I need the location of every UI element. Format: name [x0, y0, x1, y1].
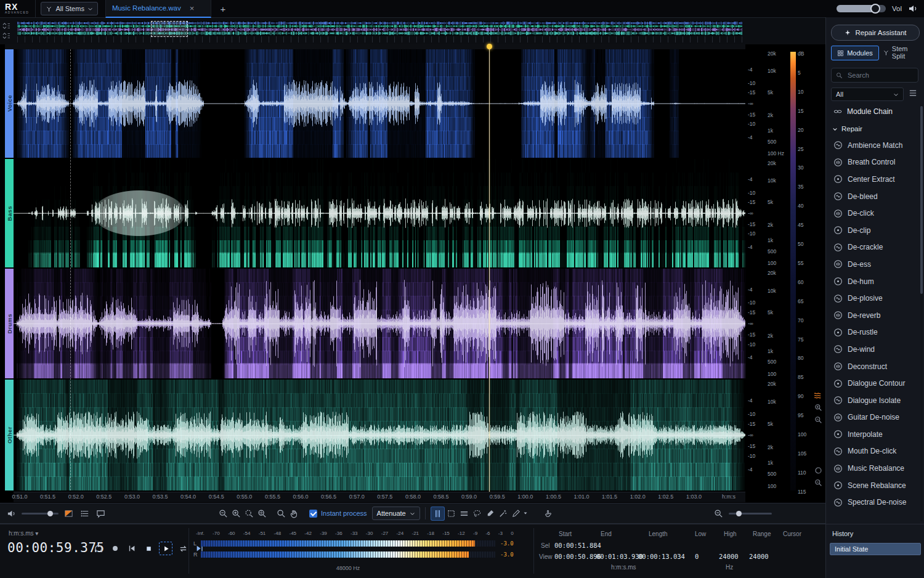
stems-dropdown[interactable]: All Stems: [41, 2, 97, 15]
time-format-select[interactable]: h:m:s.ms ▾: [9, 530, 38, 537]
record-button[interactable]: [109, 542, 121, 555]
monitor-volume-knob[interactable]: [47, 511, 53, 516]
module-item-breath-control[interactable]: Breath Control: [829, 154, 920, 171]
overview-selection-region[interactable]: [151, 21, 188, 37]
stem-split-button[interactable]: Stem Split: [883, 46, 922, 59]
meter-scale-tick: -27: [381, 531, 389, 536]
monitor-volume-slider[interactable]: [22, 513, 59, 515]
module-search[interactable]: [831, 68, 918, 83]
monitor-headphones-button[interactable]: [92, 542, 105, 555]
lasso-selection-tool[interactable]: [471, 507, 484, 520]
level-meter-left[interactable]: [201, 540, 495, 547]
spectrogram-voice[interactable]: [14, 49, 745, 158]
search-input[interactable]: [846, 71, 914, 79]
category-filter-select[interactable]: All: [831, 88, 904, 101]
track-label-voice[interactable]: Voice: [5, 49, 14, 158]
vertical-zoom-in-icon[interactable]: [814, 404, 822, 412]
new-tab-button[interactable]: +: [217, 4, 229, 14]
zoom-out-icon[interactable]: [217, 507, 230, 520]
module-chain-item[interactable]: Module Chain: [829, 104, 922, 120]
sidebar-scrollbar-thumb[interactable]: [920, 106, 923, 294]
module-item-de-plosive[interactable]: De-plosive: [829, 290, 920, 307]
module-item-dialogue-isolate[interactable]: Dialogue Isolate: [829, 392, 920, 409]
track-label-drums[interactable]: Drums: [5, 269, 14, 378]
spectrogram-settings-icon[interactable]: [814, 392, 822, 399]
track-label-bass[interactable]: Bass: [5, 159, 14, 267]
module-item-de-rustle[interactable]: De-rustle: [829, 324, 920, 341]
zoom-selection-icon[interactable]: [243, 507, 256, 520]
zoom-in-icon[interactable]: [230, 507, 243, 520]
amplitude-colorbar[interactable]: [790, 52, 796, 490]
time-frequency-selection-tool[interactable]: [445, 507, 458, 520]
go-to-start-button[interactable]: [126, 542, 138, 555]
track-label-other[interactable]: Other: [5, 380, 14, 490]
repair-assistant-button[interactable]: Repair Assistant: [831, 25, 920, 41]
magic-wand-tool[interactable]: [496, 507, 509, 520]
playhead-marker[interactable]: [487, 44, 492, 49]
output-speaker-icon[interactable]: [908, 4, 918, 14]
module-item-guitar-de-noise[interactable]: Guitar De-noise: [829, 409, 920, 426]
repair-section-header[interactable]: Repair: [829, 122, 922, 136]
module-item-dialogue-contour[interactable]: Dialogue Contour: [829, 375, 920, 392]
module-item-de-crackle[interactable]: De-crackle: [829, 239, 920, 256]
stop-button[interactable]: [142, 542, 155, 555]
module-item-de-ess[interactable]: De-ess: [829, 256, 920, 273]
magnifier-tool-icon[interactable]: [275, 507, 288, 520]
frequency-selection-tool[interactable]: [458, 507, 471, 520]
monitor-speaker-icon[interactable]: [5, 507, 18, 520]
playhead-line[interactable]: [489, 47, 490, 492]
zoom-reset-icon[interactable]: [814, 466, 822, 474]
module-item-spectral-de-noise[interactable]: Spectral De-noise: [829, 494, 920, 511]
time-selection-tool[interactable]: [431, 507, 445, 521]
event-list-icon[interactable]: [79, 507, 92, 520]
module-item-deconstruct[interactable]: Deconstruct: [829, 358, 920, 375]
tool-options-caret-icon[interactable]: [523, 511, 528, 516]
module-item-de-bleed[interactable]: De-bleed: [829, 188, 920, 205]
spectrogram-other[interactable]: [14, 380, 745, 490]
menu-icon[interactable]: [909, 89, 917, 97]
module-item-de-clip[interactable]: De-clip: [829, 222, 920, 239]
overview-toggle-bottom-icon[interactable]: [2, 32, 10, 39]
spectrogram-waveform-blend-icon[interactable]: [62, 507, 75, 520]
horizontal-zoom-slider[interactable]: [729, 513, 772, 515]
history-item[interactable]: Initial State: [830, 543, 921, 555]
draw-tool[interactable]: [509, 507, 522, 520]
playhead-strip[interactable]: [5, 44, 745, 49]
brush-selection-tool[interactable]: [484, 507, 496, 520]
module-item-de-hum[interactable]: De-hum: [829, 273, 920, 290]
process-mode-select[interactable]: Attenuate: [372, 507, 420, 520]
volume-slider[interactable]: [837, 5, 886, 12]
loop-button[interactable]: [177, 542, 189, 555]
horizontal-zoom-out-icon[interactable]: [712, 507, 725, 520]
horizontal-zoom-knob[interactable]: [736, 511, 742, 516]
tab-music-rebalance[interactable]: Music Rebalance.wav ×: [105, 0, 211, 18]
module-item-center-extract[interactable]: Center Extract: [829, 171, 920, 188]
overview-toggle-top-icon[interactable]: [2, 22, 10, 30]
zoom-out-corner-icon[interactable]: [814, 479, 822, 487]
module-item-de-wind[interactable]: De-wind: [829, 341, 920, 358]
instant-process-checkbox[interactable]: [309, 510, 317, 518]
spectrogram-bass[interactable]: [14, 159, 745, 267]
spectrogram-drums[interactable]: [14, 269, 745, 378]
modules-toggle-button[interactable]: Modules: [831, 46, 879, 60]
vertical-zoom-out-icon[interactable]: [814, 416, 822, 424]
tab-close-icon[interactable]: ×: [190, 4, 195, 13]
level-meter-right[interactable]: [201, 552, 495, 558]
overview-waveform[interactable]: [17, 21, 742, 36]
finger-edit-tool[interactable]: [541, 507, 554, 520]
zoom-fit-icon[interactable]: [256, 507, 269, 520]
module-item-de-reverb[interactable]: De-reverb: [829, 307, 920, 324]
module-item-ambience-match[interactable]: Ambience Match: [829, 137, 920, 154]
module-item-interpolate[interactable]: Interpolate: [829, 426, 920, 443]
module-item-de-click[interactable]: De-click: [829, 205, 920, 222]
module-item-scene-rebalance[interactable]: Scene Rebalance: [829, 477, 920, 494]
volume-slider-knob[interactable]: [870, 4, 880, 14]
sel-row-label: Sel: [541, 542, 549, 549]
sidebar-scrollbar[interactable]: [920, 105, 923, 521]
hand-grab-tool-icon[interactable]: [288, 507, 301, 520]
play-button[interactable]: [159, 542, 172, 555]
timeline-ruler[interactable]: h:m:s 0:51.00:51.50:52.00:52.50:53.00:53…: [14, 492, 745, 502]
comments-icon[interactable]: [94, 507, 107, 520]
module-item-mouth-de-click[interactable]: Mouth De-click: [829, 443, 920, 460]
module-item-music-rebalance[interactable]: Music Rebalance: [829, 460, 920, 477]
